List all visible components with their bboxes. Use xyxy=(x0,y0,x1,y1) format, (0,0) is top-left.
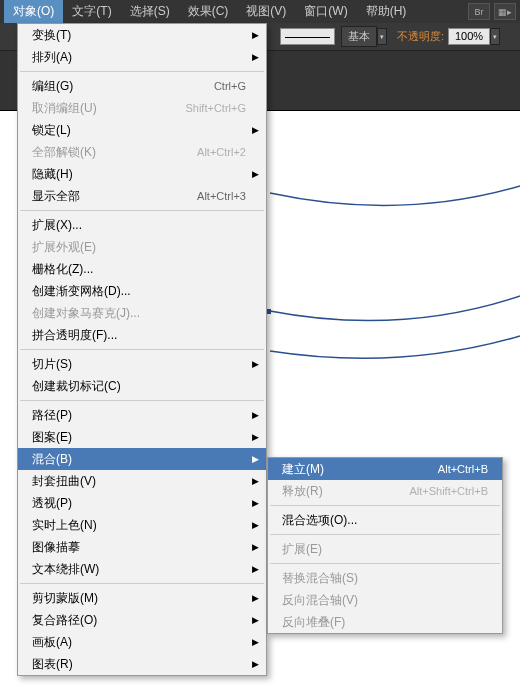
submenu-arrow-icon: ▶ xyxy=(252,520,259,530)
menu-item-label: 创建对象马赛克(J)... xyxy=(32,305,246,322)
shortcut: Alt+Ctrl+3 xyxy=(197,190,246,202)
menu-item[interactable]: 排列(A)▶ xyxy=(18,46,266,68)
submenu-arrow-icon: ▶ xyxy=(252,169,259,179)
menu-item-label: 画板(A) xyxy=(32,634,246,651)
menu-item-label: 替换混合轴(S) xyxy=(282,570,488,587)
menu-item-label: 全部解锁(K) xyxy=(32,144,197,161)
menu-effect[interactable]: 效果(C) xyxy=(179,0,238,23)
menu-item[interactable]: 显示全部Alt+Ctrl+3 xyxy=(18,185,266,207)
submenu-arrow-icon: ▶ xyxy=(252,542,259,552)
menu-item[interactable]: 编组(G)Ctrl+G xyxy=(18,75,266,97)
menu-item-label: 扩展外观(E) xyxy=(32,239,246,256)
shortcut: Alt+Ctrl+B xyxy=(438,463,488,475)
stroke-dropdown[interactable]: ▾ xyxy=(377,28,387,45)
submenu-arrow-icon: ▶ xyxy=(252,454,259,464)
opacity-label: 不透明度: xyxy=(397,29,444,44)
menu-item-label: 剪切蒙版(M) xyxy=(32,590,246,607)
menu-item: 反向混合轴(V) xyxy=(268,589,502,611)
menu-item-label: 反向堆叠(F) xyxy=(282,614,488,631)
menu-item[interactable]: 建立(M)Alt+Ctrl+B xyxy=(268,458,502,480)
menu-item-label: 封套扭曲(V) xyxy=(32,473,246,490)
menu-item-label: 反向混合轴(V) xyxy=(282,592,488,609)
menu-item[interactable]: 混合(B)▶ xyxy=(18,448,266,470)
shortcut: Shift+Ctrl+G xyxy=(185,102,246,114)
blend-submenu: 建立(M)Alt+Ctrl+B释放(R)Alt+Shift+Ctrl+B混合选项… xyxy=(267,457,503,634)
menu-item[interactable]: 变换(T)▶ xyxy=(18,24,266,46)
menu-text[interactable]: 文字(T) xyxy=(63,0,120,23)
bridge-icon[interactable]: Br xyxy=(468,3,490,20)
menu-item-label: 释放(R) xyxy=(282,483,409,500)
submenu-arrow-icon: ▶ xyxy=(252,359,259,369)
arrange-icon[interactable]: ▦▸ xyxy=(494,3,516,20)
menu-window[interactable]: 窗口(W) xyxy=(295,0,356,23)
menu-item[interactable]: 隐藏(H)▶ xyxy=(18,163,266,185)
menu-item[interactable]: 混合选项(O)... xyxy=(268,509,502,531)
menu-item-label: 编组(G) xyxy=(32,78,214,95)
menu-item-label: 排列(A) xyxy=(32,49,246,66)
menu-object[interactable]: 对象(O) xyxy=(4,0,63,23)
menu-item[interactable]: 路径(P)▶ xyxy=(18,404,266,426)
menu-item-label: 路径(P) xyxy=(32,407,246,424)
menu-item[interactable]: 创建渐变网格(D)... xyxy=(18,280,266,302)
menu-help[interactable]: 帮助(H) xyxy=(357,0,416,23)
menu-item-label: 隐藏(H) xyxy=(32,166,246,183)
menu-item[interactable]: 图表(R)▶ xyxy=(18,653,266,675)
menu-item: 取消编组(U)Shift+Ctrl+G xyxy=(18,97,266,119)
menu-item-label: 显示全部 xyxy=(32,188,197,205)
menu-item[interactable]: 拼合透明度(F)... xyxy=(18,324,266,346)
menu-item-label: 变换(T) xyxy=(32,27,246,44)
submenu-arrow-icon: ▶ xyxy=(252,498,259,508)
menu-item-label: 锁定(L) xyxy=(32,122,246,139)
shortcut: Ctrl+G xyxy=(214,80,246,92)
menu-item: 全部解锁(K)Alt+Ctrl+2 xyxy=(18,141,266,163)
menu-item-label: 创建渐变网格(D)... xyxy=(32,283,246,300)
menu-item[interactable]: 封套扭曲(V)▶ xyxy=(18,470,266,492)
menu-item[interactable]: 剪切蒙版(M)▶ xyxy=(18,587,266,609)
opacity-dropdown[interactable]: ▾ xyxy=(490,28,500,45)
stroke-preview[interactable] xyxy=(280,28,335,45)
menu-item-label: 复合路径(O) xyxy=(32,612,246,629)
submenu-arrow-icon: ▶ xyxy=(252,659,259,669)
menu-item[interactable]: 创建裁切标记(C) xyxy=(18,375,266,397)
menu-select[interactable]: 选择(S) xyxy=(121,0,179,23)
menu-item[interactable]: 锁定(L)▶ xyxy=(18,119,266,141)
submenu-arrow-icon: ▶ xyxy=(252,593,259,603)
menu-item: 创建对象马赛克(J)... xyxy=(18,302,266,324)
menu-item: 扩展(E) xyxy=(268,538,502,560)
menu-item-label: 文本绕排(W) xyxy=(32,561,246,578)
menu-item-label: 切片(S) xyxy=(32,356,246,373)
submenu-arrow-icon: ▶ xyxy=(252,410,259,420)
menu-item-label: 透视(P) xyxy=(32,495,246,512)
object-menu: 变换(T)▶排列(A)▶编组(G)Ctrl+G取消编组(U)Shift+Ctrl… xyxy=(17,23,267,676)
menubar: 对象(O) 文字(T) 选择(S) 效果(C) 视图(V) 窗口(W) 帮助(H… xyxy=(0,0,520,23)
menu-item[interactable]: 实时上色(N)▶ xyxy=(18,514,266,536)
menu-item-label: 建立(M) xyxy=(282,461,438,478)
stroke-basic[interactable]: 基本 xyxy=(341,26,377,47)
menu-item[interactable]: 栅格化(Z)... xyxy=(18,258,266,280)
menu-item-label: 栅格化(Z)... xyxy=(32,261,246,278)
menu-item[interactable]: 透视(P)▶ xyxy=(18,492,266,514)
submenu-arrow-icon: ▶ xyxy=(252,637,259,647)
menu-item[interactable]: 文本绕排(W)▶ xyxy=(18,558,266,580)
menu-item[interactable]: 扩展(X)... xyxy=(18,214,266,236)
menu-item: 扩展外观(E) xyxy=(18,236,266,258)
menu-item-label: 取消编组(U) xyxy=(32,100,185,117)
menu-item[interactable]: 切片(S)▶ xyxy=(18,353,266,375)
menu-item-label: 混合选项(O)... xyxy=(282,512,488,529)
menu-item[interactable]: 复合路径(O)▶ xyxy=(18,609,266,631)
menu-item: 释放(R)Alt+Shift+Ctrl+B xyxy=(268,480,502,502)
menu-item-label: 创建裁切标记(C) xyxy=(32,378,246,395)
submenu-arrow-icon: ▶ xyxy=(252,476,259,486)
menu-item-label: 图像描摹 xyxy=(32,539,246,556)
menu-item-label: 拼合透明度(F)... xyxy=(32,327,246,344)
menu-item-label: 图案(E) xyxy=(32,429,246,446)
menu-item-label: 混合(B) xyxy=(32,451,246,468)
menu-item-label: 扩展(E) xyxy=(282,541,488,558)
submenu-arrow-icon: ▶ xyxy=(252,125,259,135)
menu-item[interactable]: 图案(E)▶ xyxy=(18,426,266,448)
menu-item[interactable]: 图像描摹▶ xyxy=(18,536,266,558)
menu-view[interactable]: 视图(V) xyxy=(237,0,295,23)
opacity-value[interactable]: 100% xyxy=(448,28,490,45)
menu-item[interactable]: 画板(A)▶ xyxy=(18,631,266,653)
submenu-arrow-icon: ▶ xyxy=(252,432,259,442)
